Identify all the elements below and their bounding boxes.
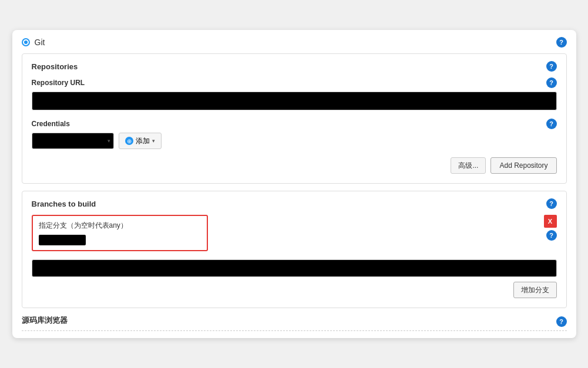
add-credentials-label: 添加 [136,136,150,146]
branches-section: Branches to build ? 指定分支（为空时代表any） /base… [22,191,567,308]
branch-left: 指定分支（为空时代表any） /base/dev [32,215,544,256]
repositories-section-title: Repositories [32,62,78,71]
add-repository-button[interactable]: Add Repository [490,157,556,174]
repo-url-label-row: Repository URL ? [32,77,557,88]
branch-item-value: /base/dev [39,235,86,245]
repositories-help-icon[interactable]: ? [546,61,557,72]
main-panel: Git ? Repositories ? Repository URL ? Cr… [12,30,576,338]
repositories-section-header: Repositories ? [32,61,557,72]
source-section-title: 源码库浏览器 [22,315,68,328]
branch-row: 指定分支（为空时代表any） /base/dev X ? [32,215,557,256]
add-credentials-caret: ▾ [152,138,155,144]
credentials-label: Credentials [32,120,70,128]
branch-item: 指定分支（为空时代表any） /base/dev [32,215,208,251]
credentials-help-icon[interactable]: ? [546,119,557,129]
branches-help-icon[interactable]: ? [546,198,557,209]
branch-right: X ? [544,215,557,241]
add-credentials-button[interactable]: ⊕ 添加 ▾ [119,133,162,149]
repo-url-help-icon[interactable]: ? [546,77,557,88]
add-credentials-icon: ⊕ [125,137,133,145]
credentials-row: ████████████*** ▾ ⊕ 添加 ▾ [32,133,557,149]
branches-section-title: Branches to build [32,200,96,208]
branch-item-title: 指定分支（为空时代表any） [39,221,201,231]
git-radio[interactable] [22,38,30,46]
add-branch-button[interactable]: 增加分支 [513,282,557,298]
branches-section-header: Branches to build ? [32,198,557,209]
panel-title: Git [35,38,45,47]
credentials-select-wrapper: ████████████*** ▾ [32,133,114,149]
advanced-button[interactable]: 高级... [451,157,486,174]
branch-item-help-icon[interactable]: ? [546,230,557,241]
repositories-section: Repositories ? Repository URL ? Credenti… [22,53,567,184]
credentials-select[interactable]: ████████████*** [32,133,114,149]
branch-input-full[interactable] [32,259,557,277]
remove-branch-button[interactable]: X [544,215,557,228]
source-help-icon[interactable]: ? [556,316,567,327]
credentials-label-row: Credentials ? [32,119,557,129]
panel-help-icon[interactable]: ? [556,37,567,48]
actions-row: 高级... Add Repository [32,157,557,174]
add-branch-row: 增加分支 [32,282,557,298]
panel-header: Git ? [12,30,576,53]
source-section: 源码库浏览器 ? [22,315,567,331]
repo-url-label: Repository URL [32,79,85,87]
panel-title-row: Git [22,38,45,47]
repo-url-input[interactable] [32,92,557,110]
